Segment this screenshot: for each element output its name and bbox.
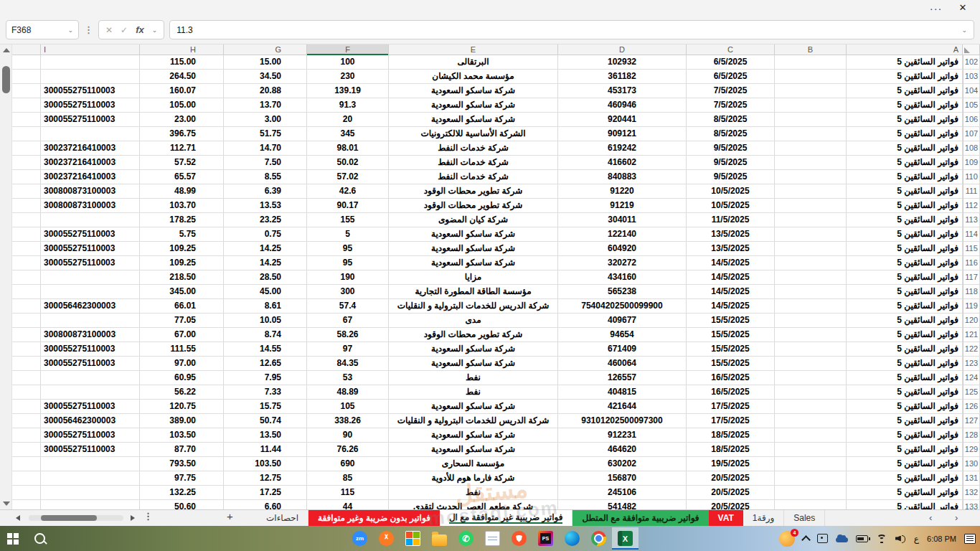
- cell[interactable]: 156870: [558, 471, 687, 486]
- column-header-a[interactable]: A: [847, 44, 963, 55]
- cell[interactable]: 103.70: [140, 199, 224, 213]
- close-icon[interactable]: ✕: [953, 0, 973, 16]
- cell[interactable]: 300055275110003: [41, 242, 140, 256]
- chrome-button[interactable]: [585, 527, 612, 550]
- cell[interactable]: 11.44: [224, 443, 307, 457]
- row-number[interactable]: 113: [963, 213, 980, 227]
- cell[interactable]: 20: [307, 113, 389, 127]
- cell[interactable]: [775, 400, 847, 414]
- cell[interactable]: 16/5/2025: [687, 371, 775, 385]
- cell[interactable]: 300237216410003: [41, 156, 140, 170]
- cell[interactable]: 300055275110003: [41, 357, 140, 371]
- cell[interactable]: [775, 156, 847, 170]
- cell[interactable]: فواتير السائقين 5: [847, 55, 963, 70]
- cell[interactable]: [12, 170, 41, 184]
- cell[interactable]: مؤسسة السحارى: [389, 457, 558, 471]
- cell[interactable]: 155: [307, 213, 389, 227]
- cell[interactable]: 90: [307, 428, 389, 443]
- cell[interactable]: 300055275110003: [41, 342, 140, 357]
- cell[interactable]: [12, 371, 41, 385]
- cell[interactable]: 115: [307, 486, 389, 500]
- cell[interactable]: [41, 127, 140, 141]
- file-explorer-button[interactable]: [426, 528, 453, 550]
- cell[interactable]: 840883: [558, 170, 687, 184]
- cell[interactable]: [775, 256, 847, 270]
- cell[interactable]: 460946: [558, 98, 687, 113]
- horizontal-scrollbar[interactable]: [29, 515, 123, 521]
- cell[interactable]: 6/5/2025: [687, 70, 775, 84]
- cell[interactable]: 245106: [558, 486, 687, 500]
- chevron-down-icon[interactable]: ⌄: [152, 27, 158, 34]
- row-number[interactable]: 117: [963, 270, 980, 285]
- cell[interactable]: 389.00: [140, 414, 224, 428]
- cell[interactable]: [775, 141, 847, 156]
- cell[interactable]: 396.75: [140, 127, 224, 141]
- language-indicator[interactable]: ع: [914, 534, 919, 544]
- column-header-d[interactable]: D: [558, 44, 687, 55]
- cell[interactable]: 9/5/2025: [687, 170, 775, 184]
- row-number[interactable]: 111: [963, 184, 980, 199]
- cell[interactable]: 13.70: [224, 98, 307, 113]
- cell[interactable]: 300055275110003: [41, 400, 140, 414]
- cell[interactable]: 14/5/2025: [687, 256, 775, 270]
- cell[interactable]: 75404202500099900: [558, 299, 687, 314]
- cell[interactable]: 230: [307, 70, 389, 84]
- cell[interactable]: 300056462300003: [41, 299, 140, 314]
- cell[interactable]: [12, 457, 41, 471]
- row-number[interactable]: 112: [963, 199, 980, 213]
- cell[interactable]: [775, 270, 847, 285]
- cell[interactable]: 50.74: [224, 414, 307, 428]
- cell[interactable]: 361182: [558, 70, 687, 84]
- cell[interactable]: 345: [307, 127, 389, 141]
- cell[interactable]: فواتير السائقين 5: [847, 141, 963, 156]
- scroll-down-icon[interactable]: [3, 501, 10, 506]
- row-number[interactable]: 108: [963, 141, 980, 156]
- edge-button[interactable]: [559, 527, 585, 550]
- cell[interactable]: 91219: [558, 199, 687, 213]
- cell[interactable]: فواتير السائقين 5: [847, 342, 963, 357]
- cell[interactable]: 7.33: [224, 385, 307, 400]
- cell[interactable]: 10.05: [224, 314, 307, 328]
- cell[interactable]: 48.89: [307, 385, 389, 400]
- cell[interactable]: فواتير السائقين 5: [847, 256, 963, 270]
- cell[interactable]: 28.50: [224, 270, 307, 285]
- cell[interactable]: فواتير السائقين 5: [847, 156, 963, 170]
- cell[interactable]: 671409: [558, 342, 687, 357]
- cell[interactable]: 190: [307, 270, 389, 285]
- cell[interactable]: 300: [307, 285, 389, 299]
- sheet-nav-forward-icon[interactable]: ›: [955, 512, 958, 527]
- formula-input[interactable]: 11.3 ⌄: [169, 20, 974, 39]
- cell[interactable]: [41, 213, 140, 227]
- row-number[interactable]: 129: [963, 443, 980, 457]
- cell[interactable]: [12, 184, 41, 199]
- cell[interactable]: فواتير السائقين 5: [847, 113, 963, 127]
- cell[interactable]: 6.60: [224, 500, 307, 509]
- cell[interactable]: 300800873100003: [41, 328, 140, 342]
- cell[interactable]: شركة ساسكو السعودية: [389, 242, 558, 256]
- cell[interactable]: 93101202500097300: [558, 414, 687, 428]
- row-number[interactable]: 114: [963, 227, 980, 242]
- cell[interactable]: 14/5/2025: [687, 299, 775, 314]
- cell[interactable]: [775, 98, 847, 113]
- cell[interactable]: فواتير السائقين 5: [847, 199, 963, 213]
- cell[interactable]: 87.70: [140, 443, 224, 457]
- cell[interactable]: 264.50: [140, 70, 224, 84]
- cell[interactable]: 434160: [558, 270, 687, 285]
- cell[interactable]: 300055275110003: [41, 113, 140, 127]
- cell[interactable]: 15/5/2025: [687, 328, 775, 342]
- cell[interactable]: شركة ساسكو السعودية: [389, 428, 558, 443]
- cell[interactable]: [41, 486, 140, 500]
- cell[interactable]: 17/5/2025: [687, 414, 775, 428]
- cell[interactable]: 421644: [558, 400, 687, 414]
- cell[interactable]: [12, 270, 41, 285]
- row-number[interactable]: 121: [963, 328, 980, 342]
- cell[interactable]: فواتير السائقين 5: [847, 428, 963, 443]
- cell[interactable]: فواتير السائقين 5: [847, 457, 963, 471]
- cell[interactable]: فواتير السائقين 5: [847, 299, 963, 314]
- cell[interactable]: [12, 199, 41, 213]
- sheet-tab-4[interactable]: VAT: [709, 510, 743, 526]
- cell[interactable]: [775, 414, 847, 428]
- cell[interactable]: [12, 84, 41, 98]
- cell[interactable]: 690: [307, 457, 389, 471]
- sheet-tab-2[interactable]: فواتير ضريبية غير متوافقة مع ال: [440, 510, 573, 526]
